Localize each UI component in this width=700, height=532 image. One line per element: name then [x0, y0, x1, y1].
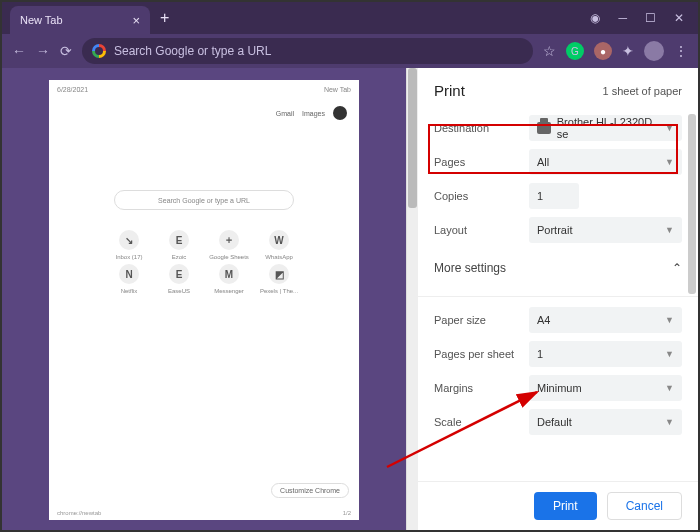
paper-size-dropdown[interactable]: A4▼ [529, 307, 682, 333]
new-tab-button[interactable]: + [160, 9, 169, 27]
scale-dropdown[interactable]: Default▼ [529, 409, 682, 435]
layout-label: Layout [434, 224, 529, 236]
destination-label: Destination [434, 122, 529, 134]
print-button[interactable]: Print [534, 492, 597, 520]
preview-date: 6/28/2021 [57, 86, 88, 93]
back-icon[interactable]: ← [12, 43, 26, 59]
chevron-down-icon: ▼ [665, 383, 674, 393]
pages-per-sheet-dropdown[interactable]: 1▼ [529, 341, 682, 367]
tab-title: New Tab [20, 14, 63, 26]
address-bar[interactable]: Search Google or type a URL [82, 38, 533, 64]
extension-icons: ☆ G ● ✦ ⋮ [543, 41, 688, 61]
window-controls: ◉ ─ ☐ ✕ [590, 11, 698, 25]
chevron-up-icon: ⌃ [672, 261, 682, 275]
cancel-button[interactable]: Cancel [607, 492, 682, 520]
profile-avatar[interactable] [644, 41, 664, 61]
chevron-down-icon: ▼ [665, 349, 674, 359]
extension-icon[interactable]: ● [594, 42, 612, 60]
paper-size-label: Paper size [434, 314, 529, 326]
preview-scrollbar[interactable] [406, 68, 418, 530]
record-icon[interactable]: ◉ [590, 11, 600, 25]
dialog-scrollbar[interactable] [686, 68, 698, 480]
copies-label: Copies [434, 190, 529, 202]
chevron-down-icon: ▼ [665, 157, 674, 167]
preview-header-links: Gmail Images [276, 106, 347, 120]
preview-page: 6/28/2021 New Tab Gmail Images Search Go… [49, 80, 359, 520]
grammarly-icon[interactable]: G [566, 42, 584, 60]
omnibox-placeholder: Search Google or type a URL [114, 44, 271, 58]
close-window-icon[interactable]: ✕ [674, 11, 684, 25]
layout-dropdown[interactable]: Portrait▼ [529, 217, 682, 243]
content-area: 6/28/2021 New Tab Gmail Images Search Go… [2, 68, 698, 530]
scrollbar-thumb[interactable] [408, 68, 417, 208]
minimize-icon[interactable]: ─ [618, 11, 627, 25]
chevron-down-icon: ▼ [665, 123, 674, 133]
extensions-icon[interactable]: ✦ [622, 43, 634, 59]
margins-label: Margins [434, 382, 529, 394]
preview-url: chrome://newtab [57, 510, 101, 516]
chevron-down-icon: ▼ [665, 315, 674, 325]
print-dialog: Print 1 sheet of paper Destination Broth… [418, 68, 698, 530]
close-tab-icon[interactable]: × [132, 13, 140, 28]
pages-dropdown[interactable]: All▼ [529, 149, 682, 175]
images-link: Images [302, 110, 325, 117]
scrollbar-thumb[interactable] [688, 114, 696, 294]
pages-per-sheet-label: Pages per sheet [434, 348, 529, 360]
google-icon [92, 44, 106, 58]
preview-avatar [333, 106, 347, 120]
maximize-icon[interactable]: ☐ [645, 11, 656, 25]
star-icon[interactable]: ☆ [543, 43, 556, 59]
window-titlebar: New Tab × + ◉ ─ ☐ ✕ [2, 2, 698, 34]
printer-icon [537, 122, 551, 134]
scale-label: Scale [434, 416, 529, 428]
browser-tab[interactable]: New Tab × [10, 6, 150, 34]
preview-title: New Tab [324, 86, 351, 93]
margins-dropdown[interactable]: Minimum▼ [529, 375, 682, 401]
divider [418, 296, 698, 297]
forward-icon[interactable]: → [36, 43, 50, 59]
customize-chrome-button: Customize Chrome [271, 483, 349, 498]
reload-icon[interactable]: ⟳ [60, 43, 72, 59]
preview-shortcuts: ↘Inbox (17) EEzoic ＋Google Sheets WWhats… [106, 230, 302, 294]
gmail-link: Gmail [276, 110, 294, 117]
sheet-count: 1 sheet of paper [602, 85, 682, 97]
more-settings-toggle[interactable]: More settings⌃ [434, 247, 682, 290]
browser-toolbar: ← → ⟳ Search Google or type a URL ☆ G ● … [2, 34, 698, 68]
menu-icon[interactable]: ⋮ [674, 43, 688, 59]
destination-dropdown[interactable]: Brother HL-L2320D se▼ [529, 115, 682, 141]
chevron-down-icon: ▼ [665, 417, 674, 427]
preview-search: Search Google or type a URL [114, 190, 294, 210]
pages-label: Pages [434, 156, 529, 168]
preview-pagenum: 1/2 [343, 510, 351, 516]
dialog-title: Print [434, 82, 465, 99]
print-preview-area: 6/28/2021 New Tab Gmail Images Search Go… [2, 68, 406, 530]
copies-input[interactable] [529, 183, 579, 209]
chevron-down-icon: ▼ [665, 225, 674, 235]
